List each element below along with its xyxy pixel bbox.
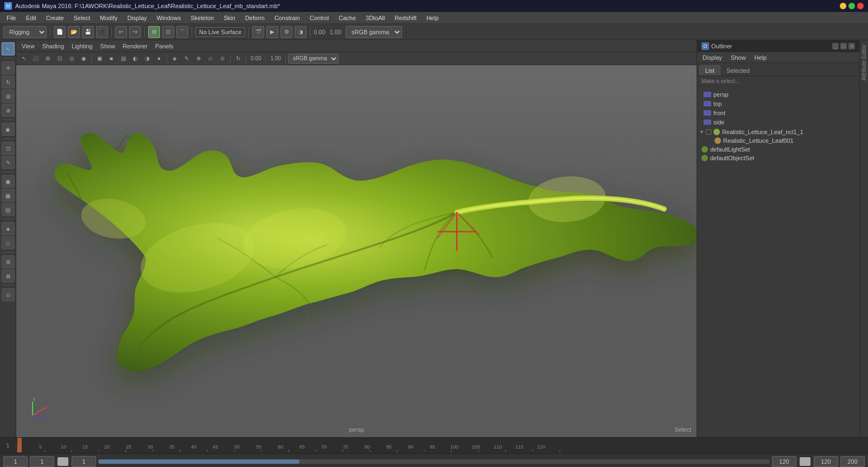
outliner-content[interactable]: persp top front side ▼	[697, 87, 859, 437]
save-scene-btn[interactable]: 💾	[82, 26, 94, 38]
maximize-button[interactable]	[848, 3, 855, 9]
minimize-button[interactable]	[840, 3, 846, 9]
snap-grid-btn[interactable]: ⊡	[162, 26, 174, 38]
menu-windows[interactable]: Windows	[152, 14, 186, 22]
vp-cam-icon[interactable]: 🎥	[30, 53, 41, 64]
menu-skin[interactable]: Skin	[219, 14, 239, 22]
menu-help[interactable]: Help	[422, 14, 443, 22]
undo-btn[interactable]: ↩	[115, 26, 127, 38]
menu-modify[interactable]: Modify	[95, 14, 122, 22]
vp-refresh-icon[interactable]: ↻	[233, 53, 244, 64]
outliner-tab-selected[interactable]: Selected	[720, 65, 756, 75]
outliner-item-lightset[interactable]: defaultLightSet	[697, 145, 859, 154]
outliner-item-objectset[interactable]: defaultObjectSet	[697, 154, 859, 162]
vp-snap-cv-icon[interactable]: ◉	[78, 53, 89, 64]
outliner-item-front[interactable]: front	[701, 109, 855, 117]
render-region-btn[interactable]: 🎬	[252, 26, 264, 38]
outliner-close-btn[interactable]: ✕	[848, 43, 855, 49]
save-as-btn[interactable]: ⬛	[96, 26, 108, 38]
vp-shading-xray-icon[interactable]: ◑	[142, 53, 152, 64]
redo-btn[interactable]: ↪	[129, 26, 141, 38]
select-tool-btn[interactable]: ↖	[2, 42, 15, 55]
end-frame-swatch[interactable]	[800, 457, 810, 466]
scale-tool-btn[interactable]: ⊞	[2, 90, 15, 103]
viewport-canvas[interactable]: x y z persp Select	[16, 65, 697, 437]
vp-ik-icon[interactable]: ⊙	[217, 53, 228, 64]
menu-display[interactable]: Display	[123, 14, 151, 22]
vp-shading-solid-icon[interactable]: ■	[106, 53, 117, 64]
outliner-item-side[interactable]: side	[701, 118, 855, 127]
menu-control[interactable]: Control	[305, 14, 333, 22]
outliner-item-leaf[interactable]: Realistic_Lettuce_Leaf001	[706, 136, 859, 145]
render-btn[interactable]: ▶	[266, 26, 278, 38]
soft-sel-btn[interactable]: ◉	[2, 123, 15, 136]
frame-color-swatch[interactable]	[58, 457, 68, 466]
display-mode1-btn[interactable]: ▣	[2, 175, 15, 188]
paint-btn[interactable]: ✎	[2, 156, 15, 169]
poly-sel-btn[interactable]: ⊞	[2, 255, 15, 268]
viewport-menu-show[interactable]: Show	[98, 42, 118, 50]
close-button[interactable]	[857, 3, 864, 9]
menu-redshift[interactable]: Redshift	[391, 14, 421, 22]
outliner-menu-display[interactable]: Display	[700, 54, 724, 61]
vp-show-manip-icon[interactable]: ⊕	[193, 53, 204, 64]
menu-skeleton[interactable]: Skeleton	[186, 14, 218, 22]
display-mode2-btn[interactable]: ▦	[2, 189, 15, 202]
display-mode3-btn[interactable]: ▤	[2, 203, 15, 216]
vp-shading-tex-icon[interactable]: ▤	[118, 53, 129, 64]
gamma-dropdown[interactable]: sRGB gamma	[346, 26, 402, 38]
vp-shading-mat-icon[interactable]: ●	[154, 53, 164, 64]
outliner-group-header[interactable]: ▼ Realistic_Lettuce_Leaf_ncl1_1	[697, 128, 859, 136]
rotate-tool-btn[interactable]: ↻	[2, 75, 15, 89]
transform-tool-btn[interactable]: ✛	[2, 61, 15, 74]
timeline-area[interactable]: 1 1 5 10 15 20 25 30 35 40 45 50 55 6	[0, 437, 868, 453]
menu-file[interactable]: File	[2, 14, 21, 22]
workspace-dropdown[interactable]: Rigging	[3, 26, 47, 38]
viewport-menu-lighting[interactable]: Lighting	[69, 42, 95, 50]
viewport-menu-view[interactable]: View	[20, 42, 37, 50]
viewport-menu-panels[interactable]: Panels	[153, 42, 176, 50]
end-frame-input[interactable]: 120	[772, 456, 796, 467]
outliner-minimize-btn[interactable]: _	[832, 43, 839, 49]
ipr-btn[interactable]: ◑	[295, 26, 307, 38]
playback-range-slider[interactable]	[98, 459, 770, 464]
select-mode-btn[interactable]: ⊞	[148, 26, 160, 38]
timeline-ruler[interactable]: 1 5 10 15 20 25 30 35 40 45 50 55 60 65 …	[16, 438, 868, 453]
obj-mode-btn[interactable]: ◇	[2, 236, 15, 249]
vp-shading-wire-icon[interactable]: ▣	[94, 53, 105, 64]
vp-iso-icon[interactable]: ◈	[169, 53, 180, 64]
menu-3dtoall[interactable]: 3DtoAll	[361, 14, 389, 22]
outliner-maximize-btn[interactable]: □	[840, 43, 847, 49]
menu-create[interactable]: Create	[42, 14, 68, 22]
new-scene-btn[interactable]: 📄	[54, 26, 66, 38]
min-frame-input[interactable]	[72, 456, 96, 467]
vp-snap-pt-icon[interactable]: ◎	[66, 53, 77, 64]
vp-gamma-select[interactable]: sRGB gamma	[288, 54, 339, 64]
render-settings-btn[interactable]: ⚙	[280, 26, 292, 38]
vp-shading-light-icon[interactable]: ◐	[130, 53, 141, 64]
menu-edit[interactable]: Edit	[22, 14, 41, 22]
range-end-input[interactable]	[814, 456, 838, 467]
menu-constrain[interactable]: Constrain	[270, 14, 304, 22]
vp-joints-icon[interactable]: ◇	[205, 53, 216, 64]
vp-select-icon[interactable]: ↖	[18, 53, 29, 64]
viewport-menu-renderer[interactable]: Renderer	[120, 42, 150, 50]
window-controls[interactable]	[840, 3, 864, 9]
snap-toggle-btn[interactable]: ◈	[2, 222, 15, 235]
outliner-window-controls[interactable]: _ □ ✕	[832, 43, 855, 49]
outliner-tab-list[interactable]: List	[699, 65, 720, 75]
outliner-menu-help[interactable]: Help	[752, 54, 769, 61]
open-scene-btn[interactable]: 📂	[68, 26, 80, 38]
snap-curve-btn[interactable]: ⌒	[176, 26, 188, 38]
crv-sel-btn[interactable]: ⊠	[2, 269, 15, 282]
universal-tool-btn[interactable]: ⊕	[2, 104, 15, 117]
attr-editor-tab[interactable]: Attribute Editor	[860, 42, 868, 83]
vp-ortho-icon[interactable]: ⊞	[42, 53, 53, 64]
total-frame-input[interactable]: 200	[840, 456, 865, 467]
outliner-item-persp[interactable]: persp	[701, 90, 855, 99]
frame-display-input[interactable]	[30, 456, 54, 467]
viewport-menu-shading[interactable]: Shading	[40, 42, 66, 50]
vp-grid-icon[interactable]: ⊡	[54, 53, 65, 64]
vp-paint-icon[interactable]: ✎	[181, 53, 192, 64]
menu-deform[interactable]: Deform	[241, 14, 269, 22]
